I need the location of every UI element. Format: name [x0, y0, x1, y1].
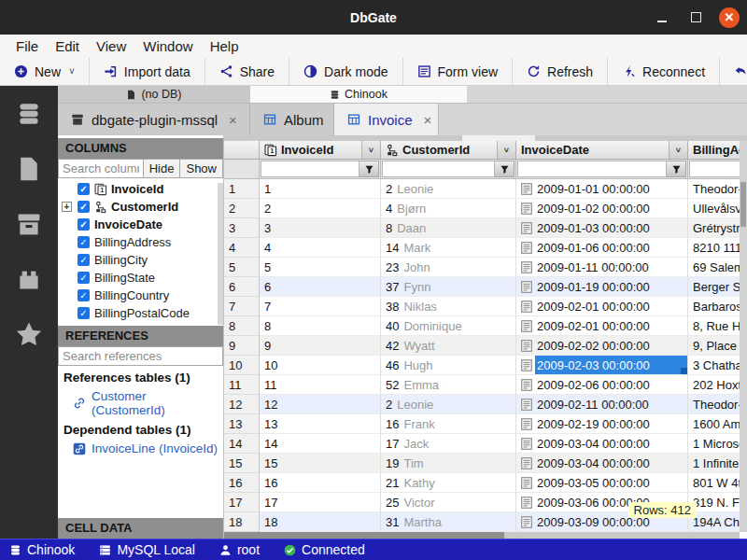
cell-invoiceid[interactable]: 15: [260, 454, 381, 473]
cell-invoiceid[interactable]: 12: [260, 395, 381, 414]
grid-top-scrollbar[interactable]: [224, 135, 747, 141]
cell-billingaddress[interactable]: 194A Chain Lake Drive: [688, 512, 747, 532]
row-number[interactable]: 9: [224, 336, 260, 356]
cell-invoiceid[interactable]: 8: [260, 316, 381, 336]
cell-billingaddress[interactable]: 8210 111 ST NW: [688, 238, 747, 258]
menu-item-window[interactable]: Window: [135, 37, 200, 55]
cell-invoicedate[interactable]: 2009-03-05 00:00:00: [516, 473, 688, 493]
filter-input-invoicedate[interactable]: [517, 161, 667, 177]
cell-invoicedate[interactable]: 2009-02-03 00:00:00: [516, 356, 688, 375]
grid-bottom-scrollbar[interactable]: [224, 532, 740, 539]
cell-invoicedate[interactable]: 2009-01-06 00:00:00: [516, 238, 688, 258]
row-number[interactable]: 18: [224, 512, 260, 532]
cell-invoiceid[interactable]: 3: [260, 218, 381, 238]
cell-invoiceid[interactable]: 10: [260, 356, 381, 375]
search-references-input[interactable]: [58, 346, 223, 366]
cell-customerid[interactable]: 17Jack: [381, 434, 516, 454]
status-mysql-local[interactable]: MySQL Local: [99, 542, 195, 557]
cell-customerid[interactable]: 16Frank: [381, 414, 516, 434]
cell-customerid[interactable]: 21Kathy: [381, 473, 516, 493]
cell-invoicedate[interactable]: 2009-01-11 00:00:00: [516, 258, 688, 277]
row-number[interactable]: 1: [224, 179, 260, 199]
reference-link[interactable]: InvoiceLine (InvoiceId): [62, 439, 223, 458]
tab-group-chinook[interactable]: Chinook: [250, 86, 467, 104]
cell-billingaddress[interactable]: 1 Microsoft Way: [688, 434, 747, 454]
cell-billingaddress[interactable]: 9, Place Louis Barthou: [688, 336, 747, 356]
sidebar-file-icon[interactable]: [16, 156, 42, 182]
maximize-button[interactable]: [685, 7, 706, 28]
column-item-billingcountry[interactable]: +✓BillingCountry: [58, 287, 223, 304]
cell-invoiceid[interactable]: 13: [260, 414, 381, 434]
cell-invoicedate[interactable]: 2009-01-02 00:00:00: [516, 199, 688, 218]
dark-mode-button[interactable]: Dark mode: [289, 58, 402, 85]
cell-billingaddress[interactable]: Grétrystraat 63: [688, 218, 747, 238]
column-checkbox[interactable]: ✓: [78, 218, 90, 231]
column-item-invoiceid[interactable]: +✓1InvoiceId: [58, 180, 223, 198]
cell-customerid[interactable]: 14Mark: [381, 238, 516, 258]
cell-customerid[interactable]: 31Martha: [381, 512, 516, 532]
undo-button[interactable]: Undo: [720, 58, 747, 85]
cell-invoiceid[interactable]: 1: [260, 179, 381, 199]
sidebar-plugin-icon[interactable]: [16, 266, 42, 292]
cell-billingaddress[interactable]: Theodor-Heuss-Straße 34: [688, 395, 747, 414]
cell-invoiceid[interactable]: 2: [260, 199, 381, 218]
fill-handle[interactable]: [681, 368, 687, 374]
row-number[interactable]: 12: [224, 395, 260, 414]
column-checkbox[interactable]: ✓: [78, 272, 90, 284]
cell-invoicedate[interactable]: 2009-01-19 00:00:00: [516, 277, 688, 297]
menu-item-edit[interactable]: Edit: [48, 37, 87, 55]
cell-billingaddress[interactable]: Theodor-Heuss-Straße 34: [688, 179, 747, 199]
row-number[interactable]: 3: [224, 218, 260, 238]
cell-billingaddress[interactable]: 1 Infinite Loop: [688, 454, 747, 473]
sidebar-database-icon[interactable]: [16, 101, 42, 127]
cell-customerid[interactable]: 8Daan: [381, 218, 516, 238]
tab-album[interactable]: Album×: [250, 104, 334, 135]
grid-vertical-scrollbar[interactable]: [740, 141, 747, 532]
share-button[interactable]: Share: [205, 58, 289, 85]
cell-invoiceid[interactable]: 4: [260, 238, 381, 258]
cell-invoiceid[interactable]: 16: [260, 473, 381, 493]
column-checkbox[interactable]: ✓: [78, 236, 90, 248]
menu-item-help[interactable]: Help: [203, 37, 247, 55]
cell-invoicedate[interactable]: 2009-01-03 00:00:00: [516, 218, 688, 238]
filter-input-billingaddress[interactable]: [689, 161, 747, 177]
column-checkbox[interactable]: ✓: [78, 254, 90, 266]
status-root[interactable]: root: [219, 542, 260, 557]
cell-customerid[interactable]: 38Niklas: [381, 297, 516, 316]
cell-billingaddress[interactable]: 1600 Amphitheatre Parkway: [688, 414, 747, 434]
row-number[interactable]: 6: [224, 277, 260, 297]
row-number[interactable]: 13: [224, 414, 260, 434]
column-checkbox[interactable]: ✓: [78, 307, 90, 319]
cell-invoiceid[interactable]: 18: [260, 512, 381, 532]
menu-item-file[interactable]: File: [8, 37, 46, 55]
tab-close-icon[interactable]: ×: [229, 112, 237, 128]
cell-invoiceid[interactable]: 14: [260, 434, 381, 454]
cell-invoicedate[interactable]: 2009-03-04 00:00:00: [516, 434, 688, 454]
column-item-billingaddress[interactable]: +✓BillingAddress: [58, 233, 223, 251]
cell-invoicedate[interactable]: 2009-03-04 00:00:00: [516, 454, 688, 473]
cell-invoicedate[interactable]: 2009-02-11 00:00:00: [516, 395, 688, 414]
cell-customerid[interactable]: 23John: [381, 258, 516, 277]
column-checkbox[interactable]: ✓: [78, 183, 90, 195]
column-checkbox[interactable]: ✓: [78, 289, 90, 301]
refresh-button[interactable]: Refresh: [513, 58, 608, 85]
row-number[interactable]: 4: [224, 238, 260, 258]
reconnect-button[interactable]: Reconnect: [608, 58, 720, 85]
row-number[interactable]: 8: [224, 316, 260, 336]
expander-icon[interactable]: +: [62, 202, 72, 212]
tab-close-icon[interactable]: ×: [424, 112, 432, 128]
sidebar-archive-icon[interactable]: [16, 211, 42, 237]
minimize-button[interactable]: [652, 7, 672, 28]
cell-billingaddress[interactable]: 801 W 4th Street: [688, 473, 747, 493]
column-checkbox[interactable]: ✓: [78, 201, 90, 213]
cell-customerid[interactable]: 37Fynn: [381, 277, 516, 297]
cell-customerid[interactable]: 46Hugh: [381, 356, 516, 375]
cell-billingaddress[interactable]: 3 Chatham Street: [688, 356, 747, 375]
tab-group--no-db-[interactable]: (no DB): [58, 86, 250, 104]
row-number[interactable]: 7: [224, 297, 260, 316]
cell-invoiceid[interactable]: 7: [260, 297, 381, 316]
menu-item-view[interactable]: View: [89, 37, 134, 55]
tab-dbgate-plugin-mssql[interactable]: dbgate-plugin-mssql×: [58, 104, 250, 135]
cell-customerid[interactable]: 25Victor: [381, 493, 516, 512]
filter-input-invoiceid[interactable]: [261, 161, 359, 177]
